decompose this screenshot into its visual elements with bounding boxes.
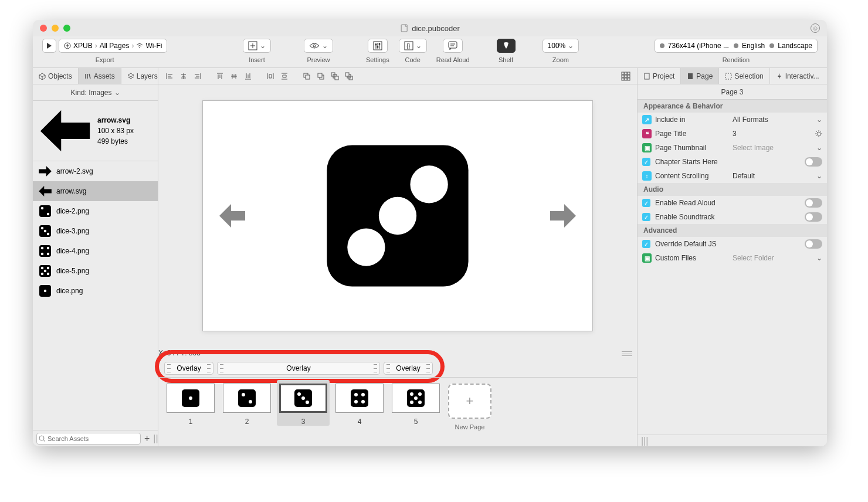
svg-point-28 — [47, 273, 49, 275]
export-format-icon: ↗ — [642, 115, 652, 124]
asset-list: arrow-2.svgarrow.svgdice-2.pngdice-3.png… — [33, 161, 158, 430]
next-page-arrow[interactable] — [550, 204, 576, 228]
shelf-button[interactable] — [497, 39, 516, 53]
page-thumb-5[interactable]: 5 — [392, 384, 440, 426]
overlay-2[interactable]: Overlay — [217, 362, 380, 375]
page-thumb-3[interactable]: 3 — [277, 380, 330, 426]
overlay-3[interactable]: Overlay — [384, 362, 433, 375]
pane-drag-handle[interactable] — [622, 351, 632, 356]
preview-label: Preview — [307, 56, 330, 63]
asset-item[interactable]: dice-4.png — [33, 241, 158, 261]
image-icon: ▣ — [642, 143, 652, 152]
gear-icon[interactable] — [815, 130, 822, 137]
svg-point-17 — [47, 233, 49, 235]
arrow-left-icon — [40, 110, 90, 151]
tab-page[interactable]: Page — [681, 68, 719, 84]
svg-point-61 — [297, 392, 301, 396]
svg-point-56 — [189, 396, 192, 400]
prop-page-thumbnail[interactable]: ▣ Page Thumbnail Select Image⌄ — [638, 141, 827, 155]
page-thumb-2[interactable]: 2 — [223, 384, 271, 426]
svg-rect-45 — [622, 75, 624, 77]
settings-button[interactable] — [368, 39, 388, 53]
page-thumb-4[interactable]: 4 — [335, 384, 384, 426]
toggle-chapter[interactable] — [805, 157, 822, 167]
minimize-button[interactable] — [52, 25, 59, 32]
send-back-button[interactable] — [343, 70, 355, 82]
asset-item[interactable]: dice-5.png — [33, 261, 158, 281]
play-button[interactable] — [42, 39, 56, 53]
prop-custom-files[interactable]: ▣ Custom Files Select Folder⌄ — [638, 251, 827, 265]
bring-forward-button[interactable] — [300, 70, 313, 82]
svg-point-3 — [313, 45, 316, 47]
new-page-button[interactable]: +New Page — [448, 384, 491, 430]
close-button[interactable] — [40, 25, 47, 32]
asset-preview: arrow.svg 100 x 83 px 499 bytes — [33, 101, 158, 161]
toggle-read-aloud[interactable] — [805, 198, 822, 208]
app-window: dice.pubcoder ☺ XPUB › All Pages › Wi-Fi… — [33, 20, 827, 446]
svg-rect-75 — [645, 73, 649, 79]
send-backward-button[interactable] — [314, 70, 327, 82]
zoom-button[interactable]: 100%⌄ — [542, 39, 579, 53]
prop-override-js[interactable]: ✓Override Default JS — [638, 237, 827, 251]
svg-rect-44 — [628, 72, 630, 74]
distribute-v-button[interactable] — [278, 70, 291, 82]
tab-interactivity[interactable]: Interactiv... — [770, 68, 825, 84]
insert-button[interactable]: ⌄ — [243, 39, 271, 53]
asset-item[interactable]: dice.png — [33, 281, 158, 301]
prop-page-title[interactable]: ❝ Page Title 3 — [638, 127, 827, 141]
rendition-button[interactable]: 736x414 (iPhone ... English Landscape — [655, 39, 818, 53]
kind-selector[interactable]: Kind: Images⌄ — [33, 84, 158, 101]
tab-layers[interactable]: Layers — [121, 68, 164, 84]
add-asset-button[interactable]: + — [144, 433, 150, 444]
bring-front-button[interactable] — [328, 70, 341, 82]
prop-read-aloud[interactable]: ✓Enable Read Aloud — [638, 196, 827, 210]
svg-point-68 — [361, 400, 365, 403]
svg-point-70 — [410, 392, 413, 396]
asset-item[interactable]: dice-2.png — [33, 201, 158, 221]
align-center-button[interactable] — [177, 70, 190, 82]
window-controls — [40, 25, 70, 32]
tab-project[interactable]: Project — [638, 68, 681, 84]
align-left-button[interactable] — [163, 70, 176, 82]
align-top-button[interactable] — [213, 70, 226, 82]
maximize-button[interactable] — [63, 25, 70, 32]
prev-page-arrow[interactable] — [219, 204, 245, 228]
export-breadcrumb[interactable]: XPUB › All Pages › Wi-Fi — [59, 39, 167, 53]
prop-chapter-starts[interactable]: ✓Chapter Starts Here — [638, 155, 827, 169]
prop-include-in[interactable]: ↗ Include in All Formats⌄ — [638, 113, 827, 127]
tab-selection[interactable]: Selection — [719, 68, 769, 84]
prop-content-scrolling[interactable]: ↕ Content Scrolling Default⌄ — [638, 169, 827, 183]
asset-item[interactable]: dice-3.png — [33, 221, 158, 241]
asset-item[interactable]: arrow-2.svg — [33, 161, 158, 181]
prop-soundtrack[interactable]: ✓Enable Soundtrack — [638, 210, 827, 224]
page-thumb-1[interactable]: 1 — [167, 384, 215, 426]
section-appearance: Appearance & Behavior — [638, 100, 827, 113]
tab-objects[interactable]: Objects — [33, 68, 79, 84]
search-assets-input[interactable] — [36, 433, 141, 445]
read-aloud-button[interactable] — [443, 39, 463, 53]
preview-button[interactable]: ⌄ — [304, 39, 333, 53]
align-bottom-button[interactable] — [242, 70, 255, 82]
read-aloud-label: Read Aloud — [436, 56, 470, 63]
code-button[interactable]: {}⌄ — [399, 39, 427, 53]
svg-point-19 — [41, 247, 43, 249]
toggle-soundtrack[interactable] — [805, 212, 822, 222]
panel-handle[interactable]: ||| — [641, 436, 648, 446]
tab-assets[interactable]: Assets — [79, 68, 121, 84]
sliders-icon — [373, 41, 382, 50]
window-title: dice.pubcoder — [400, 24, 460, 33]
svg-point-30 — [44, 290, 46, 292]
main-body: Objects Assets Layers Kind: Images⌄ arro… — [33, 68, 827, 446]
align-middle-button[interactable] — [228, 70, 240, 82]
svg-point-52 — [410, 165, 447, 203]
help-button[interactable]: ☺ — [811, 23, 820, 33]
grid-toggle-button[interactable] — [619, 70, 632, 82]
svg-point-5 — [375, 44, 377, 46]
asset-item[interactable]: arrow.svg — [33, 181, 158, 201]
distribute-h-button[interactable] — [264, 70, 277, 82]
svg-point-7 — [378, 43, 380, 45]
toggle-override-js[interactable] — [805, 239, 822, 249]
canvas[interactable] — [202, 100, 593, 331]
overlay-1[interactable]: Overlay — [164, 362, 213, 375]
align-right-button[interactable] — [191, 70, 204, 82]
